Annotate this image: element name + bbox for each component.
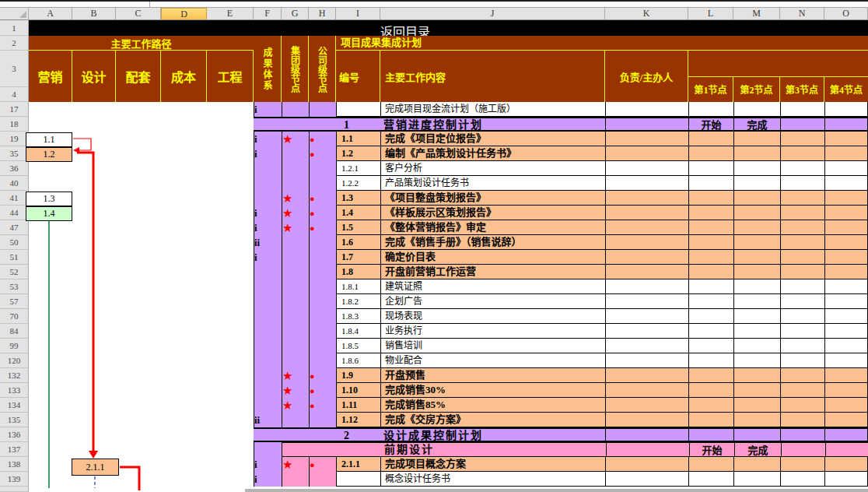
flow-box-1.1[interactable]: 1.1 xyxy=(26,132,72,147)
cell-136-L[interactable] xyxy=(688,429,733,441)
cell-137-M[interactable]: 完成 xyxy=(734,443,781,456)
col-header-engineering[interactable]: 工程 xyxy=(207,51,254,102)
cell-50-F[interactable]: ii xyxy=(254,235,282,250)
cell-138-N[interactable] xyxy=(780,457,824,472)
col-header-group-node[interactable]: 集团级节点 xyxy=(282,36,309,102)
cell-19-L[interactable] xyxy=(688,132,733,146)
cell-134-N[interactable] xyxy=(780,398,824,413)
cell-50-O[interactable] xyxy=(824,235,868,250)
cell-35-N[interactable] xyxy=(780,146,824,161)
col-header-design[interactable]: 设计 xyxy=(72,51,116,102)
cell-136-O[interactable] xyxy=(824,429,868,441)
column-header-M[interactable]: M xyxy=(733,8,780,20)
cell-57-O[interactable] xyxy=(824,294,868,309)
cell-17-N[interactable] xyxy=(780,102,824,117)
cell-70-M[interactable] xyxy=(733,309,780,324)
cell-40-F[interactable] xyxy=(254,176,282,191)
cell-132-G[interactable]: ★ xyxy=(282,368,309,383)
cell-36-H[interactable] xyxy=(309,161,336,176)
row-header-53[interactable]: 53 xyxy=(0,279,29,294)
cell-138-I[interactable]: 2.1.1 xyxy=(336,457,380,472)
cell-50-M[interactable] xyxy=(733,235,780,250)
row-header-52[interactable]: 52 xyxy=(0,265,29,279)
cell-36-L[interactable] xyxy=(688,161,733,176)
cell-36-M[interactable] xyxy=(733,161,780,176)
cell-84-N[interactable] xyxy=(780,324,824,339)
cell-133-L[interactable] xyxy=(688,383,733,398)
cell-19-N[interactable] xyxy=(780,132,824,146)
row-header-134[interactable]: 134 xyxy=(0,398,29,413)
row-header-36[interactable]: 36 xyxy=(0,161,29,176)
cell-132-H[interactable]: ● xyxy=(309,368,336,383)
cell-120-M[interactable] xyxy=(733,353,780,368)
row-header-132[interactable]: 132 xyxy=(0,368,29,383)
cell-17-J[interactable]: 完成项目现金流计划（施工版） xyxy=(380,102,605,117)
cell-52-N[interactable] xyxy=(780,265,824,279)
col-header-result-system[interactable]: 成果体系 xyxy=(254,36,282,102)
cell-57-M[interactable] xyxy=(733,294,780,309)
cell-53-M[interactable] xyxy=(733,279,780,294)
cell-135-I[interactable]: 1.12 xyxy=(336,413,380,427)
cell-139-J[interactable]: 概念设计任务书 xyxy=(380,472,605,487)
cell-19-I[interactable]: 1.1 xyxy=(336,132,380,146)
row-header-136[interactable]: 136 xyxy=(0,427,29,442)
cell-41-O[interactable] xyxy=(824,191,868,206)
row-header-40[interactable]: 40 xyxy=(0,176,29,191)
cell-133-M[interactable] xyxy=(733,383,780,398)
cell-53-L[interactable] xyxy=(688,279,733,294)
flow-box-1.4[interactable]: 1.4 xyxy=(26,206,72,221)
row-header-138[interactable]: 138 xyxy=(0,457,29,472)
column-header-O[interactable]: O xyxy=(824,8,868,20)
cell-52-J[interactable]: 开盘前营销工作运营 xyxy=(380,265,605,279)
cell-35-H[interactable]: ● xyxy=(309,146,336,161)
cell-53-H[interactable] xyxy=(309,279,336,294)
row-header-47[interactable]: 47 xyxy=(0,220,29,235)
cell-17-F[interactable]: i xyxy=(254,102,282,117)
cell-17-I[interactable] xyxy=(336,102,380,117)
row-header-51[interactable]: 51 xyxy=(0,250,29,265)
cell-18-M[interactable]: 完成 xyxy=(733,118,780,130)
cell-120-J[interactable]: 物业配合 xyxy=(380,353,605,368)
cell-53-J[interactable]: 建筑证照 xyxy=(380,279,605,294)
cell-18-N[interactable] xyxy=(780,118,824,130)
cell-51-F[interactable]: i xyxy=(254,250,282,265)
col-header-node3[interactable]: 第3节点 xyxy=(780,77,824,102)
cell-136-N[interactable] xyxy=(780,429,824,441)
cell-120-G[interactable] xyxy=(282,353,309,368)
cell-41-K[interactable] xyxy=(605,191,688,206)
cell-51-O[interactable] xyxy=(824,250,868,265)
col-header-marketing[interactable]: 营销 xyxy=(29,51,72,102)
cell-19-K[interactable] xyxy=(605,132,688,146)
cell-57-I[interactable]: 1.8.2 xyxy=(336,294,380,309)
column-header-F[interactable]: F xyxy=(254,8,282,20)
cell-134-L[interactable] xyxy=(688,398,733,413)
row-header-99[interactable]: 99 xyxy=(0,339,29,353)
cell-53-F[interactable] xyxy=(254,279,282,294)
cell-99-K[interactable] xyxy=(605,339,688,353)
cell-139-H[interactable] xyxy=(309,472,336,487)
cell-50-L[interactable] xyxy=(688,235,733,250)
cell-18-O[interactable] xyxy=(824,118,868,130)
cell-52-K[interactable] xyxy=(605,265,688,279)
cell-57-K[interactable] xyxy=(605,294,688,309)
cell-138-O[interactable] xyxy=(824,457,868,472)
cell-44-K[interactable] xyxy=(605,206,688,220)
cell-40-O[interactable] xyxy=(824,176,868,191)
cell-50-N[interactable] xyxy=(780,235,824,250)
row-header-18[interactable]: 18 xyxy=(0,117,29,132)
cell-70-L[interactable] xyxy=(688,309,733,324)
row-header-57[interactable]: 57 xyxy=(0,294,29,309)
cell-133-N[interactable] xyxy=(780,383,824,398)
cell-52-O[interactable] xyxy=(824,265,868,279)
cell-44-G[interactable]: ★ xyxy=(282,206,309,220)
column-header-D[interactable]: D xyxy=(161,8,207,20)
cell-41-J[interactable]: 《项目整盘策划报告》 xyxy=(380,191,605,206)
cell-35-O[interactable] xyxy=(824,146,868,161)
cell-120-L[interactable] xyxy=(688,353,733,368)
cell-41-M[interactable] xyxy=(733,191,780,206)
cell-134-I[interactable]: 1.11 xyxy=(336,398,380,413)
column-header-L[interactable]: L xyxy=(688,8,733,20)
cell-135-F[interactable]: ii xyxy=(254,413,282,427)
cell-133-I[interactable]: 1.10 xyxy=(336,383,380,398)
row-header-1[interactable]: 1 xyxy=(0,20,29,36)
